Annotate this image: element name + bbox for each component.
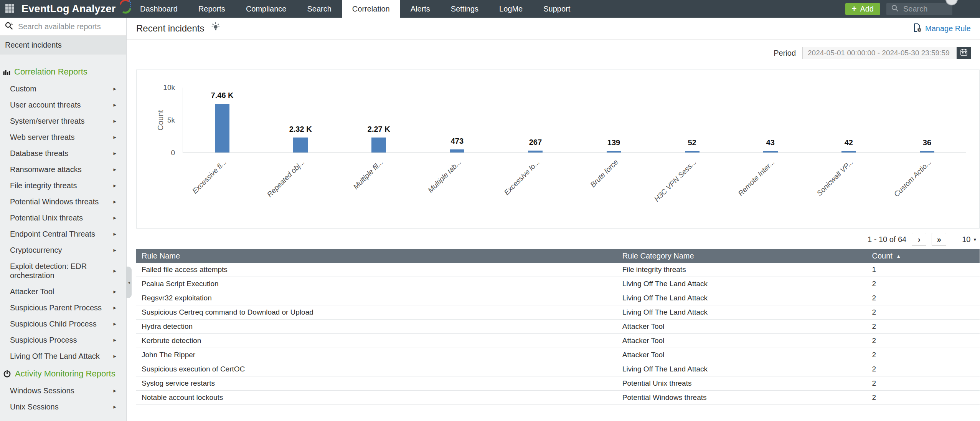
sidebar-item-unix-sessions[interactable]: Unix Sessions▸ (0, 399, 126, 415)
chart-plot: 7.46 KExcessive fi...2.32 KRepeated obj.… (183, 88, 966, 153)
tab-dashboard[interactable]: Dashboard (130, 0, 188, 18)
sidebar-item-attacker-tool[interactable]: Attacker Tool▸ (0, 283, 126, 300)
section-header-correlation-reports: Correlation Reports (0, 63, 126, 81)
sidebar-collapse-handle[interactable]: ◂ (126, 267, 132, 298)
chevron-right-icon: ▸ (113, 266, 116, 275)
table-row[interactable]: Pcalua Script ExecutionLiving Off The La… (136, 277, 980, 291)
chart-bar[interactable] (371, 138, 386, 152)
incidents-table: Rule NameRule Category NameCount▲ Failed… (136, 249, 980, 405)
sidebar-item-custom[interactable]: Custom▸ (0, 81, 126, 97)
global-search-box[interactable] (886, 3, 952, 15)
chart-bar[interactable] (607, 151, 621, 152)
rule-category-cell: Living Off The Land Attack (617, 294, 867, 302)
chart-bar[interactable] (920, 151, 934, 152)
tab-support[interactable]: Support (533, 0, 581, 18)
bar-value-label: 473 (451, 137, 464, 146)
chevron-right-icon: ▸ (113, 213, 116, 222)
chart-bar[interactable] (215, 104, 229, 152)
chevron-right-icon: ▸ (113, 386, 116, 395)
calendar-button[interactable] (957, 47, 971, 59)
sidebar-item-system-server-threats[interactable]: System/server threats▸ (0, 113, 126, 129)
tab-reports[interactable]: Reports (188, 0, 236, 18)
sidebar-item-label: Potential Windows threats (10, 197, 99, 206)
sidebar-item-file-integrity-threats[interactable]: File integrity threats▸ (0, 177, 126, 194)
idea-icon[interactable] (211, 22, 221, 33)
sidebar-item-potential-unix-threats[interactable]: Potential Unix threats▸ (0, 210, 126, 226)
sidebar-item-ransomware-attacks[interactable]: Ransomware attacks▸ (0, 161, 126, 177)
x-axis-label: Custom Actio... (892, 158, 933, 199)
chart-bar[interactable] (763, 151, 778, 152)
chart-bar[interactable] (450, 149, 464, 152)
sidebar-search-box[interactable] (0, 18, 126, 36)
sidebar-item-living-off-the-land-attack[interactable]: Living Off The Land Attack▸ (0, 348, 126, 364)
column-header-rule-name[interactable]: Rule Name (136, 252, 617, 260)
y-tick-label: 5k (149, 116, 175, 124)
period-row: Period (127, 46, 971, 60)
table-row[interactable]: John The RipperAttacker Tool2 (136, 348, 980, 362)
rule-category-cell: File integrity threats (617, 265, 867, 274)
period-label: Period (774, 49, 796, 58)
table-row[interactable]: Notable account lockoutsPotential Window… (136, 391, 980, 405)
manage-rule-link[interactable]: Manage Rule (913, 23, 971, 34)
tab-compliance[interactable]: Compliance (236, 0, 297, 18)
column-header-rule-category-name[interactable]: Rule Category Name (617, 252, 867, 260)
sidebar-item-label: Unix Sessions (10, 403, 59, 411)
rule-category-cell: Attacker Tool (617, 336, 867, 345)
apps-grid-icon[interactable] (5, 4, 14, 13)
top-navbar: EventLog Analyzer DashboardReportsCompli… (0, 0, 980, 18)
sidebar-item-exploit-detection-edr-orchestration[interactable]: Exploit detection: EDR orchestration▸ (0, 258, 126, 283)
table-body: Failed file access attemptsFile integrit… (136, 263, 980, 405)
sidebar-item-cryptocurrency[interactable]: Cryptocurrency▸ (0, 242, 126, 258)
sidebar-item-user-account-threats[interactable]: User account threats▸ (0, 97, 126, 113)
tab-settings[interactable]: Settings (441, 0, 489, 18)
sidebar-item-endpoint-central-threats[interactable]: Endpoint Central Threats▸ (0, 226, 126, 242)
tab-alerts[interactable]: Alerts (400, 0, 441, 18)
sidebar-item-label: Suspicious Child Process (10, 320, 97, 328)
table-row[interactable]: Failed file access attemptsFile integrit… (136, 263, 980, 277)
tab-search[interactable]: Search (297, 0, 342, 18)
sidebar-search-input[interactable] (17, 22, 117, 31)
x-axis-label: Repeated obj... (266, 158, 307, 199)
chart-bar[interactable] (528, 151, 543, 152)
bar-value-label: 267 (529, 138, 542, 147)
sidebar-item-database-threats[interactable]: Database threats▸ (0, 145, 126, 161)
table-row[interactable]: Kerbrute detectionAttacker Tool2 (136, 334, 980, 348)
next-page-button[interactable]: › (912, 233, 926, 246)
chart-bar[interactable] (841, 151, 856, 152)
table-row[interactable]: Hydra detectionAttacker Tool2 (136, 320, 980, 334)
last-page-button[interactable]: » (932, 233, 946, 246)
sidebar-item-potential-windows-threats[interactable]: Potential Windows threats▸ (0, 194, 126, 210)
count-cell: 2 (866, 365, 980, 373)
sidebar-item-suspicious-parent-process[interactable]: Suspicious Parent Process▸ (0, 300, 126, 316)
sidebar-item-windows-sessions[interactable]: Windows Sessions▸ (0, 383, 126, 399)
chart-bar[interactable] (293, 138, 308, 152)
chart-bar[interactable] (685, 151, 700, 152)
nav-tabs: DashboardReportsComplianceSearchCorrelat… (130, 0, 581, 18)
sidebar-item-web-server-threats[interactable]: Web server threats▸ (0, 129, 126, 145)
add-button[interactable]: + Add (845, 3, 880, 15)
search-reports-icon (5, 22, 13, 31)
x-axis-label: Multiple fil... (351, 158, 384, 191)
page-size-dropdown[interactable]: 10 ▾ (962, 235, 976, 244)
sidebar-item-label: Custom (10, 85, 36, 93)
count-cell: 2 (866, 322, 980, 331)
bar-value-label: 2.32 K (289, 125, 312, 134)
sidebar-item-recent-incidents[interactable]: Recent incidents (0, 36, 126, 55)
table-row[interactable]: Suspicious execution of CertOCLiving Off… (136, 362, 980, 376)
sidebar-item-suspicious-child-process[interactable]: Suspicious Child Process▸ (0, 316, 126, 332)
tab-correlation[interactable]: Correlation (342, 0, 400, 18)
column-header-count[interactable]: Count▲ (866, 252, 980, 260)
chevron-right-icon: ▸ (113, 100, 116, 109)
global-search-input[interactable] (902, 4, 944, 14)
sidebar-item-suspicious-process[interactable]: Suspicious Process▸ (0, 332, 126, 348)
tab-logme[interactable]: LogMe (489, 0, 533, 18)
sidebar-item-label: Endpoint Central Threats (10, 230, 95, 238)
rule-category-cell: Living Off The Land Attack (617, 308, 867, 317)
table-row[interactable]: Suspicious Certreq command to Download o… (136, 305, 980, 320)
bar-value-label: 36 (923, 138, 931, 147)
table-row[interactable]: Syslog service restartsPotential Unix th… (136, 376, 980, 391)
bar-value-label: 52 (688, 138, 696, 147)
table-row[interactable]: Regsvr32 exploitationLiving Off The Land… (136, 291, 980, 305)
period-input[interactable] (802, 47, 957, 59)
period-picker (802, 47, 971, 59)
